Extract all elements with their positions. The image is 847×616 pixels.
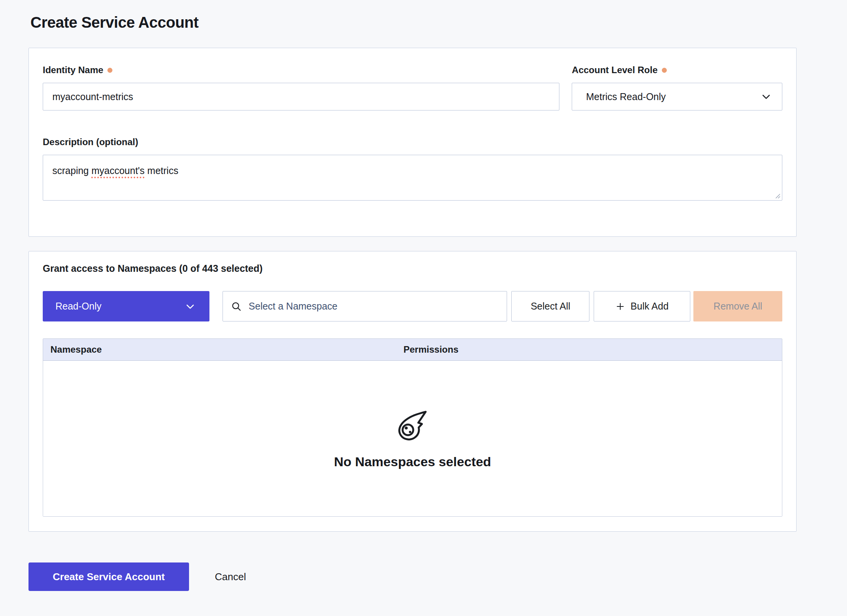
description-textarea[interactable]: scraping myaccount's metrics [43, 155, 782, 201]
description-label: Description (optional) [43, 137, 782, 147]
namespaces-table: Namespace Permissions No Namespaces sele… [43, 338, 782, 517]
column-header-namespace: Namespace [43, 344, 403, 355]
search-icon [231, 301, 242, 312]
namespace-search[interactable] [223, 291, 507, 321]
identity-name-label: Identity Name [43, 65, 559, 75]
required-indicator [107, 68, 112, 73]
identity-name-label-text: Identity Name [43, 65, 103, 75]
chevron-down-icon [185, 301, 196, 312]
permission-role-dropdown[interactable]: Read-Only [43, 291, 209, 321]
namespaces-card: Grant access to Namespaces (0 of 443 sel… [28, 251, 797, 532]
select-all-button[interactable]: Select All [511, 291, 589, 321]
comet-icon [395, 408, 430, 444]
create-service-account-button[interactable]: Create Service Account [28, 562, 189, 591]
account-level-role-value: Metrics Read-Only [586, 91, 666, 102]
service-account-form-card: Identity Name Account Level Role Metrics… [28, 48, 797, 237]
chevron-down-icon [761, 91, 772, 102]
remove-all-button[interactable]: Remove All [693, 291, 782, 321]
permission-role-value: Read-Only [55, 301, 102, 312]
namespaces-toolbar: Read-Only Select All Bulk Add Remove All [43, 291, 782, 321]
description-label-text: Description (optional) [43, 137, 138, 147]
empty-state-text: No Namespaces selected [334, 454, 491, 469]
namespaces-table-header: Namespace Permissions [43, 339, 782, 361]
description-misspelled-word: myaccount's [91, 165, 144, 176]
description-text-part1: scraping [52, 165, 91, 176]
account-level-role-label-text: Account Level Role [572, 65, 658, 75]
namespaces-section-title: Grant access to Namespaces (0 of 443 sel… [43, 263, 782, 274]
plus-icon [616, 302, 625, 311]
cancel-button[interactable]: Cancel [215, 571, 246, 583]
column-header-permissions: Permissions [403, 344, 459, 355]
create-service-account-page: Create Service Account Identity Name Acc… [0, 0, 847, 591]
textarea-resize-handle[interactable] [775, 193, 780, 199]
bulk-add-button[interactable]: Bulk Add [594, 291, 690, 321]
account-level-role-select[interactable]: Metrics Read-Only [572, 83, 782, 110]
page-title: Create Service Account [30, 14, 797, 31]
required-indicator [662, 68, 667, 73]
description-text-part2: metrics [145, 165, 179, 176]
namespaces-table-body: No Namespaces selected [43, 361, 782, 516]
identity-name-input[interactable] [43, 83, 559, 110]
footer-actions: Create Service Account Cancel [28, 562, 797, 591]
namespace-search-input[interactable] [249, 301, 499, 312]
bulk-add-label: Bulk Add [631, 301, 669, 312]
account-level-role-label: Account Level Role [572, 65, 782, 75]
